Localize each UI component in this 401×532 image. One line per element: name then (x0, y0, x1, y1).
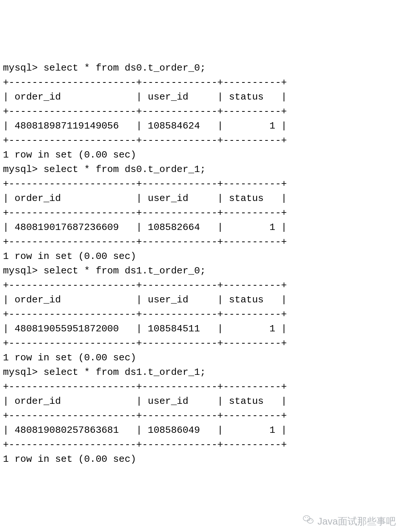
mysql-prompt: mysql> (3, 62, 43, 74)
table-header: | order_id | user_id | status | (3, 293, 398, 307)
sql-statement: select * from ds0.t_order_1; (43, 164, 206, 175)
query-line-3[interactable]: mysql> select * from ds1.t_order_1; (3, 365, 398, 380)
svg-point-5 (311, 520, 312, 521)
svg-point-2 (305, 517, 306, 518)
watermark-text: Java面试那些事吧 (317, 514, 396, 529)
watermark: Java面试那些事吧 (302, 513, 396, 530)
query-line-2[interactable]: mysql> select * from ds1.t_order_0; (3, 264, 398, 278)
result-footer: 1 row in set (0.00 sec) (3, 249, 398, 264)
result-footer: 1 row in set (0.00 sec) (3, 452, 398, 467)
svg-point-4 (309, 520, 310, 521)
sql-statement: select * from ds1.t_order_1; (43, 367, 206, 378)
result-footer: 1 row in set (0.00 sec) (3, 148, 398, 162)
table-border: +----------------------+-------------+--… (3, 409, 398, 423)
table-row: | 480819017687236609 | 108582664 | 1 | (3, 220, 398, 235)
table-border: +----------------------+-------------+--… (3, 235, 398, 249)
table-row: | 480819080257863681 | 108586049 | 1 | (3, 423, 398, 438)
mysql-prompt: mysql> (3, 265, 43, 276)
svg-point-3 (307, 517, 308, 518)
table-border: +----------------------+-------------+--… (3, 104, 398, 119)
table-header: | order_id | user_id | status | (3, 394, 398, 409)
table-border: +----------------------+-------------+--… (3, 380, 398, 394)
table-row: | 480818987119149056 | 108584624 | 1 | (3, 119, 398, 133)
table-border: +----------------------+-------------+--… (3, 177, 398, 191)
table-border: +----------------------+-------------+--… (3, 307, 398, 322)
terminal-output: mysql> select * from ds0.t_order_0;+----… (3, 61, 398, 467)
table-header: | order_id | user_id | status | (3, 90, 398, 104)
table-border: +----------------------+-------------+--… (3, 438, 398, 452)
table-border: +----------------------+-------------+--… (3, 336, 398, 351)
result-footer: 1 row in set (0.00 sec) (3, 351, 398, 365)
table-border: +----------------------+-------------+--… (3, 278, 398, 293)
query-line-1[interactable]: mysql> select * from ds0.t_order_1; (3, 162, 398, 177)
sql-statement: select * from ds0.t_order_0; (43, 62, 206, 74)
svg-point-1 (307, 519, 313, 523)
table-row: | 480819055951872000 | 108584511 | 1 | (3, 322, 398, 336)
table-border: +----------------------+-------------+--… (3, 133, 398, 148)
wechat-icon (302, 513, 314, 530)
table-header: | order_id | user_id | status | (3, 191, 398, 206)
table-border: +----------------------+-------------+--… (3, 206, 398, 220)
query-line-0[interactable]: mysql> select * from ds0.t_order_0; (3, 61, 398, 75)
sql-statement: select * from ds1.t_order_0; (43, 265, 206, 276)
mysql-prompt: mysql> (3, 367, 43, 378)
table-border: +----------------------+-------------+--… (3, 75, 398, 90)
mysql-prompt: mysql> (3, 164, 43, 175)
